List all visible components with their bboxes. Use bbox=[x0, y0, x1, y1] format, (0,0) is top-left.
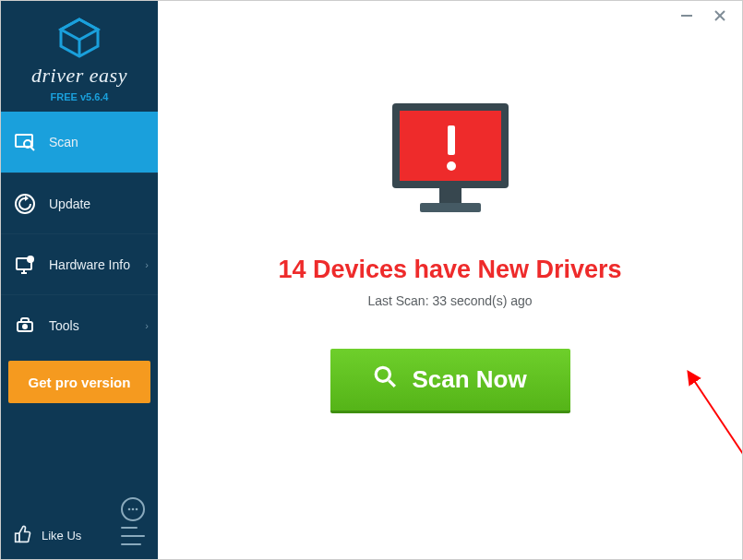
thumbs-up-icon bbox=[14, 525, 32, 546]
minimize-button[interactable] bbox=[677, 6, 696, 25]
sidebar-item-hardware[interactable]: i Hardware Info › bbox=[1, 233, 158, 294]
svg-point-27 bbox=[447, 161, 456, 171]
svg-line-5 bbox=[30, 147, 34, 150]
like-us-button[interactable]: Like Us bbox=[14, 525, 81, 546]
annotation-arrow-icon bbox=[684, 370, 743, 471]
svg-point-28 bbox=[377, 367, 390, 381]
hardware-icon: i bbox=[14, 254, 36, 276]
update-icon bbox=[14, 193, 36, 215]
like-us-label: Like Us bbox=[42, 529, 81, 542]
svg-rect-18 bbox=[16, 533, 19, 542]
scan-now-button[interactable]: Scan Now bbox=[330, 349, 570, 413]
menu-icon[interactable] bbox=[121, 527, 145, 545]
svg-point-15 bbox=[128, 508, 131, 511]
brand-version: FREE v5.6.4 bbox=[6, 91, 152, 102]
search-icon bbox=[373, 364, 397, 395]
alert-monitor-icon bbox=[381, 98, 520, 226]
close-button[interactable] bbox=[711, 6, 729, 25]
headline-text: 14 Devices have New Drivers bbox=[278, 256, 621, 284]
sidebar-item-label: Hardware Info bbox=[49, 257, 130, 272]
svg-point-17 bbox=[136, 508, 138, 511]
svg-marker-1 bbox=[61, 19, 98, 40]
chevron-right-icon: › bbox=[145, 320, 149, 331]
sidebar-item-label: Scan bbox=[49, 135, 78, 149]
scan-icon bbox=[14, 131, 36, 153]
sidebar-item-update[interactable]: Update bbox=[1, 173, 158, 233]
tools-icon bbox=[14, 315, 36, 337]
get-pro-button[interactable]: Get pro version bbox=[8, 361, 150, 403]
svg-point-14 bbox=[23, 325, 27, 328]
sidebar-item-label: Update bbox=[49, 197, 90, 211]
brand-block: driver easy FREE v5.6.4 bbox=[1, 1, 158, 112]
sidebar-item-label: Tools bbox=[49, 318, 79, 333]
scan-now-label: Scan Now bbox=[412, 365, 526, 394]
svg-rect-26 bbox=[448, 125, 455, 155]
main-panel: 14 Devices have New Drivers Last Scan: 3… bbox=[158, 1, 742, 559]
sidebar-nav: Scan Update bbox=[1, 112, 158, 355]
svg-rect-25 bbox=[420, 203, 481, 212]
app-window: driver easy FREE v5.6.4 Scan bbox=[1, 1, 742, 559]
svg-point-16 bbox=[132, 508, 135, 511]
sidebar: driver easy FREE v5.6.4 Scan bbox=[1, 1, 158, 559]
svg-line-31 bbox=[693, 379, 743, 462]
brand-logo-icon bbox=[6, 18, 152, 58]
chevron-right-icon: › bbox=[145, 259, 149, 270]
feedback-icon[interactable] bbox=[121, 497, 145, 521]
status-area: 14 Devices have New Drivers Last Scan: 3… bbox=[278, 98, 621, 413]
sidebar-item-tools[interactable]: Tools › bbox=[1, 294, 158, 355]
svg-line-29 bbox=[389, 380, 396, 387]
svg-marker-7 bbox=[25, 196, 29, 201]
sidebar-item-scan[interactable]: Scan bbox=[1, 112, 158, 173]
svg-rect-24 bbox=[439, 188, 461, 203]
brand-name: driver easy bbox=[6, 64, 152, 88]
sidebar-footer: Like Us bbox=[1, 497, 158, 559]
titlebar bbox=[677, 1, 742, 32]
last-scan-text: Last Scan: 33 second(s) ago bbox=[367, 293, 532, 308]
